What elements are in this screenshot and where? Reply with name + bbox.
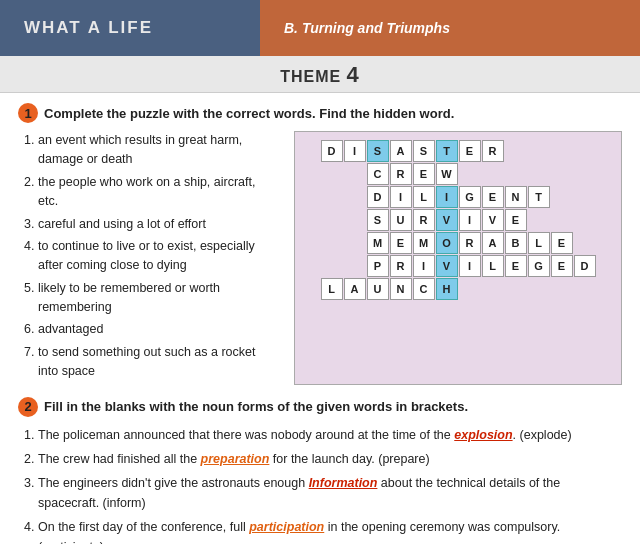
grid-cell-1-5: W [436, 163, 458, 185]
clue-3: careful and using a lot of effort [38, 215, 278, 234]
grid-cell-5-1 [344, 255, 366, 277]
grid-cell-4-4: M [413, 232, 435, 254]
grid-cell-5-7: L [482, 255, 504, 277]
grid-cell-6-1: A [344, 278, 366, 300]
grid-cell-1-9 [528, 163, 550, 185]
grid-cell-3-0 [321, 209, 343, 231]
grid-row-0: DISASTER [321, 140, 596, 162]
grid-cell-2-5: I [436, 186, 458, 208]
grid-cell-0-7: R [482, 140, 504, 162]
grid-cell-4-9: L [528, 232, 550, 254]
clue-4: to continue to live or to exist, especia… [38, 237, 278, 276]
grid-cell-6-8 [505, 278, 527, 300]
grid-cell-6-11 [574, 278, 596, 300]
clues-ol: an event which results in great harm, da… [18, 131, 278, 382]
grid-cell-5-0 [321, 255, 343, 277]
crossword-wrapper: DISASTERCREWDILIGENTSURVIVEMEMORABLEPRIV… [294, 131, 622, 385]
clue-5: likely to be remembered or worth remembe… [38, 279, 278, 318]
grid-cell-3-5: V [436, 209, 458, 231]
grid-row-6: LAUNCH [321, 278, 596, 300]
grid-cell-3-10 [551, 209, 573, 231]
grid-cell-1-4: E [413, 163, 435, 185]
grid-cell-2-6: G [459, 186, 481, 208]
grid-cell-2-4: L [413, 186, 435, 208]
section2-instruction: Fill in the blanks with the noun forms o… [44, 399, 468, 414]
grid-row-5: PRIVILEGED [321, 255, 596, 277]
blanks-list: The policeman announced that there was n… [18, 425, 622, 545]
grid-cell-0-1: I [344, 140, 366, 162]
grid-cell-1-7 [482, 163, 504, 185]
grid-cell-1-8 [505, 163, 527, 185]
grid-cell-3-2: S [367, 209, 389, 231]
grid-cell-2-1 [344, 186, 366, 208]
grid-cell-5-9: G [528, 255, 550, 277]
grid-cell-3-8: E [505, 209, 527, 231]
grid-cell-6-7 [482, 278, 504, 300]
clue-2: the people who work on a ship, aircraft,… [38, 173, 278, 212]
header-left-title: WHAT A LIFE [24, 18, 153, 38]
grid-cell-6-2: U [367, 278, 389, 300]
section1-instruction: Complete the puzzle with the correct wor… [44, 106, 454, 121]
grid-cell-5-3: R [390, 255, 412, 277]
theme-bar: THEME 4 [0, 56, 640, 93]
grid-cell-4-6: R [459, 232, 481, 254]
grid-cell-2-2: D [367, 186, 389, 208]
grid-cell-1-6 [459, 163, 481, 185]
puzzle-section: an event which results in great harm, da… [18, 131, 622, 385]
grid-cell-3-7: V [482, 209, 504, 231]
grid-cell-2-3: I [390, 186, 412, 208]
section1-number: 1 [18, 103, 38, 123]
grid-cell-2-9: T [528, 186, 550, 208]
grid-cell-5-8: E [505, 255, 527, 277]
blank-sentence-3: The engineers didn't give the astronauts… [38, 473, 622, 513]
clue-1: an event which results in great harm, da… [38, 131, 278, 170]
grid-cell-6-9 [528, 278, 550, 300]
grid-cell-1-1 [344, 163, 366, 185]
main-content: 1 Complete the puzzle with the correct w… [0, 93, 640, 544]
blank-answer-4: participation [249, 520, 324, 534]
grid-cell-6-5: H [436, 278, 458, 300]
grid-cell-2-10 [551, 186, 573, 208]
grid-row-4: MEMORABLE [321, 232, 596, 254]
grid-cell-1-3: R [390, 163, 412, 185]
grid-cell-2-11 [574, 186, 596, 208]
grid-cell-3-6: I [459, 209, 481, 231]
header-right-title: B. Turning and Triumphs [284, 20, 450, 36]
grid-cell-0-3: A [390, 140, 412, 162]
grid-cell-0-0: D [321, 140, 343, 162]
section1-header: 1 Complete the puzzle with the correct w… [18, 103, 622, 123]
blank-sentence-4: On the first day of the conference, full… [38, 517, 622, 545]
grid-cell-4-7: A [482, 232, 504, 254]
grid-cell-5-11: D [574, 255, 596, 277]
grid-cell-4-8: B [505, 232, 527, 254]
section2-number: 2 [18, 397, 38, 417]
header-right: B. Turning and Triumphs [260, 0, 640, 56]
grid-cell-6-0: L [321, 278, 343, 300]
blanks-ol: The policeman announced that there was n… [18, 425, 622, 545]
grid-cell-3-9 [528, 209, 550, 231]
blank-answer-2: preparation [201, 452, 270, 466]
clue-6: advantaged [38, 320, 278, 339]
blank-sentence-1: The policeman announced that there was n… [38, 425, 622, 445]
grid-cell-5-2: P [367, 255, 389, 277]
grid-cell-0-6: E [459, 140, 481, 162]
grid-cell-5-10: E [551, 255, 573, 277]
grid-cell-0-10 [551, 140, 573, 162]
grid-row-1: CREW [321, 163, 596, 185]
grid-cell-5-5: V [436, 255, 458, 277]
blank-answer-3: Information [309, 476, 378, 490]
grid-cell-3-4: R [413, 209, 435, 231]
grid-row-3: SURVIVE [321, 209, 596, 231]
grid-cell-0-9 [528, 140, 550, 162]
grid-cell-4-11 [574, 232, 596, 254]
grid-cell-4-10: E [551, 232, 573, 254]
grid-cell-0-8 [505, 140, 527, 162]
section2-header: 2 Fill in the blanks with the noun forms… [18, 397, 622, 417]
grid-cell-0-2: S [367, 140, 389, 162]
crossword-grid: DISASTERCREWDILIGENTSURVIVEMEMORABLEPRIV… [321, 140, 596, 300]
grid-cell-5-6: I [459, 255, 481, 277]
grid-cell-4-1 [344, 232, 366, 254]
grid-cell-3-11 [574, 209, 596, 231]
grid-cell-3-1 [344, 209, 366, 231]
grid-cell-1-0 [321, 163, 343, 185]
